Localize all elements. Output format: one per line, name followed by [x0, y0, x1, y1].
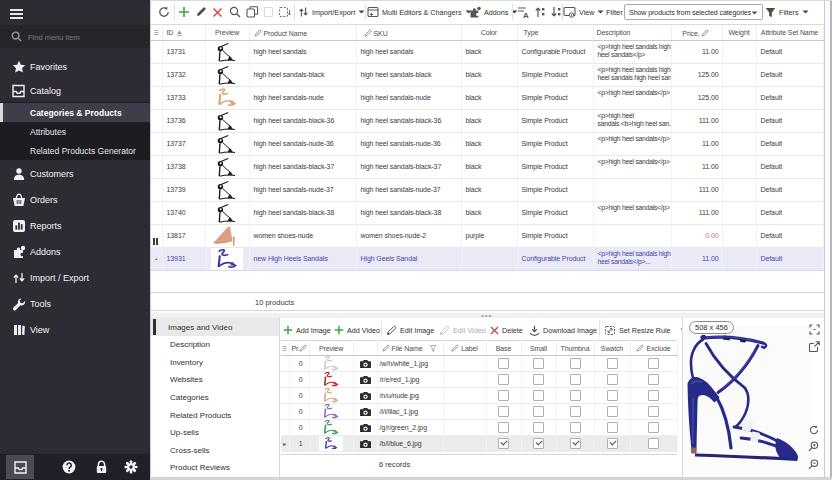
product-row-13733[interactable]: 13733high heel sandals-nudehigh heel san…: [151, 86, 823, 109]
sidebar-item-view[interactable]: View: [0, 318, 150, 342]
checkbox-swatch[interactable]: [607, 438, 618, 449]
column-header-label[interactable]: Label: [443, 341, 486, 356]
column-header-sku[interactable]: SKU: [356, 26, 461, 40]
row-expander[interactable]: [281, 404, 289, 420]
row-expander[interactable]: [151, 178, 162, 201]
sidebar-item-orders[interactable]: Orders: [0, 188, 150, 212]
image-row-blue_6.jpg[interactable]: ▸1/b/l/blue_6.jpg: [281, 436, 677, 452]
column-header-position[interactable]: Pr: [289, 341, 309, 356]
checkbox-thumbnail[interactable]: [570, 390, 581, 401]
image-row-red_1.jpg[interactable]: 0/r/e/red_1.jpg: [281, 372, 677, 388]
add-product-button[interactable]: [178, 0, 190, 24]
row-expander[interactable]: [151, 201, 162, 224]
checkbox-small[interactable]: [533, 422, 544, 433]
sort-az-button[interactable]: A: [517, 0, 529, 24]
column-header-price[interactable]: Price,: [671, 26, 722, 40]
image-row-lilac_1.jpg[interactable]: 0/l/i/lilac_1.jpg: [281, 404, 677, 420]
row-expander[interactable]: •: [151, 247, 162, 270]
product-row-13736[interactable]: 13736high heel sandals-black-36high heel…: [151, 109, 823, 132]
detail-tab-product-reviews[interactable]: Product Reviews: [151, 459, 279, 477]
detail-tab-cross-sells[interactable]: Cross-sells: [151, 441, 279, 459]
row-expander[interactable]: [151, 132, 162, 155]
column-header-exclude[interactable]: Exclude: [630, 341, 677, 356]
product-row-13931[interactable]: •13931new High Heels SandalsHigh Geels S…: [151, 247, 823, 270]
checkbox-base[interactable]: [498, 422, 509, 433]
row-expander[interactable]: [151, 155, 162, 178]
checkbox-swatch[interactable]: [607, 390, 618, 401]
refresh-button[interactable]: [158, 0, 170, 24]
checkbox-base[interactable]: [498, 406, 509, 417]
detail-tab-up-sells[interactable]: Up-sells: [151, 424, 279, 442]
edit-video-button[interactable]: Edit Video: [439, 318, 486, 342]
sidebar-item-catalog[interactable]: Catalog: [0, 79, 150, 103]
column-header-thumbnail[interactable]: Thumbna: [556, 341, 594, 356]
column-header-id[interactable]: ID: [162, 26, 205, 40]
sidebar-subitem-related-products-generator[interactable]: Related Products Generator: [0, 141, 150, 160]
checkbox-thumbnail[interactable]: [570, 374, 581, 385]
sidebar-item-favorites[interactable]: Favorites: [0, 55, 150, 79]
column-header-file-name[interactable]: File Name: [377, 341, 443, 356]
product-row-13740[interactable]: 13740high heel sandals-black-38high heel…: [151, 201, 823, 224]
product-row-13732[interactable]: 13732high heel sandals-blackhigh heel sa…: [151, 63, 823, 86]
checkbox-thumbnail[interactable]: [570, 406, 581, 417]
checkbox-small[interactable]: [533, 358, 544, 369]
sidebar-search[interactable]: Find menu item: [0, 25, 150, 48]
paste-button[interactable]: [263, 0, 274, 24]
checkbox-small[interactable]: [533, 374, 544, 385]
column-header-type[interactable]: Type: [517, 26, 593, 40]
detail-tab-images-and-video[interactable]: Images and Video: [151, 318, 279, 336]
checkbox-small[interactable]: [533, 390, 544, 401]
checkbox-exclude[interactable]: [648, 422, 659, 433]
checkbox-exclude[interactable]: [648, 390, 659, 401]
delete-product-button[interactable]: [212, 0, 223, 24]
detail-tab-inventory[interactable]: Inventory: [151, 353, 279, 371]
sidebar-item-addons[interactable]: Addons: [0, 240, 150, 264]
column-header-attribute-set-name[interactable]: Attribute Set Name: [756, 26, 823, 40]
checkbox-small[interactable]: [533, 406, 544, 417]
checkbox-swatch[interactable]: [607, 374, 618, 385]
rotate-icon[interactable]: [809, 425, 819, 435]
addons-button[interactable]: Addons: [469, 0, 518, 24]
import-export-button[interactable]: Import/Export: [298, 0, 365, 24]
sidebar-item-tools[interactable]: Tools: [0, 292, 150, 316]
add-video-button[interactable]: Add Video: [334, 318, 380, 342]
move-down-button[interactable]: [550, 0, 562, 24]
view-button[interactable]: View: [563, 0, 604, 24]
detail-tab-websites[interactable]: Websites: [151, 371, 279, 389]
row-expander[interactable]: [151, 40, 162, 63]
fullscreen-icon[interactable]: [809, 324, 820, 335]
lock-button[interactable]: [87, 455, 115, 479]
zoom-in-icon[interactable]: [808, 441, 819, 452]
column-header-product-name[interactable]: Product Name: [249, 26, 356, 40]
product-row-13731[interactable]: 13731high heel sandalshigh heel sandalsb…: [151, 40, 823, 63]
move-up-button[interactable]: [534, 0, 546, 24]
products-grid-header[interactable]: ID Preview Product Name SKU Color Type D…: [151, 26, 823, 40]
column-header-media-type[interactable]: [353, 341, 377, 356]
copy-button[interactable]: [246, 0, 259, 24]
product-row-13738[interactable]: 13738high heel sandals-black-37high heel…: [151, 155, 823, 178]
expander-column-header[interactable]: [281, 341, 289, 356]
row-expander[interactable]: [151, 109, 162, 132]
checkbox-small[interactable]: [533, 438, 544, 449]
row-expander[interactable]: [281, 372, 289, 388]
checkbox-thumbnail[interactable]: [570, 422, 581, 433]
multi-editors-button[interactable]: Multi Editors & Changers: [367, 0, 472, 24]
images-grid-header[interactable]: Pr Preview File Name Label Base Small Th…: [281, 341, 677, 356]
settings-button[interactable]: [117, 455, 145, 479]
image-row-green_2.jpg[interactable]: 0/g/r/green_2.jpg: [281, 420, 677, 436]
column-header-image-preview[interactable]: Preview: [309, 341, 353, 356]
row-expander[interactable]: [151, 224, 162, 247]
filters-button[interactable]: Filters: [765, 0, 809, 24]
open-external-icon[interactable]: [809, 341, 820, 352]
checkbox-exclude[interactable]: [648, 374, 659, 385]
edit-image-button[interactable]: Edit Image: [386, 318, 434, 342]
sidebar-subitem-attributes[interactable]: Attributes: [0, 122, 150, 141]
checkbox-thumbnail[interactable]: [570, 358, 581, 369]
filter-select[interactable]: Show products from selected categories: [624, 4, 763, 20]
sidebar-item-customers[interactable]: Customers: [0, 162, 150, 186]
checkbox-swatch[interactable]: [607, 406, 618, 417]
checkbox-exclude[interactable]: [648, 438, 659, 449]
checkbox-exclude[interactable]: [648, 406, 659, 417]
column-header-base[interactable]: Base: [486, 341, 521, 356]
detail-tab-description[interactable]: Description: [151, 336, 279, 354]
